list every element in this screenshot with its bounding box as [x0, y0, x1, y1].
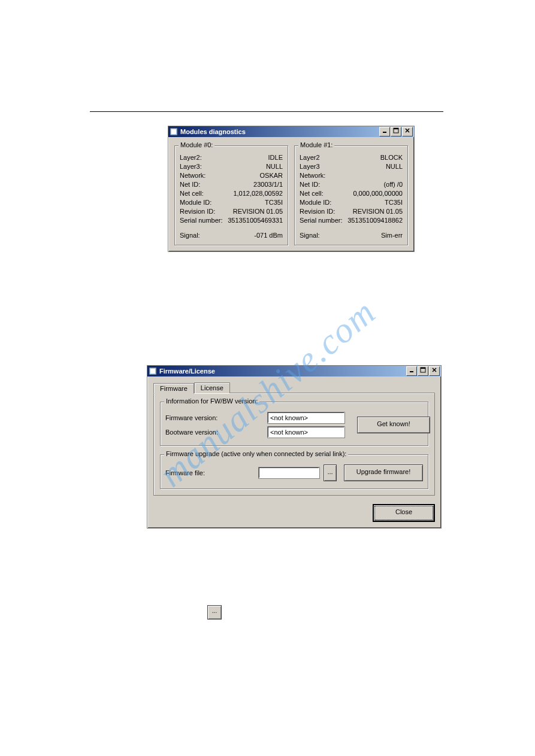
- module-1-value: 0,000,000,00000: [353, 189, 403, 198]
- module-0-value: IDLE: [268, 153, 283, 162]
- module-0-value: REVISION 01.05: [233, 207, 283, 216]
- titlebar[interactable]: Modules diagnostics: [168, 126, 414, 137]
- module-1-key: Module ID:: [300, 198, 331, 207]
- module-1-value: BLOCK: [380, 153, 403, 162]
- maximize-button[interactable]: [391, 127, 401, 136]
- maximize-button[interactable]: [418, 366, 428, 376]
- module-1-value: TC35I: [385, 198, 403, 207]
- upgrade-firmware-button[interactable]: Upgrade firmware!: [344, 464, 423, 481]
- module-0-row: Net ID:23003/1/1: [180, 180, 283, 189]
- upgrade-group: Firmware upgrade (active only when conne…: [160, 454, 428, 489]
- minimize-button[interactable]: [406, 366, 417, 376]
- tab-license[interactable]: License: [194, 382, 230, 393]
- module-0-row: Layer3:NULL: [180, 162, 283, 171]
- modules-diagnostics-window: Modules diagnostics Module #0: Layer2:ID…: [168, 126, 415, 252]
- info-legend: Information for FW/BW version:: [164, 397, 259, 405]
- module-1-row: Revision ID:REVISION 01.05: [300, 207, 403, 216]
- browse-button-inline-image: ...: [207, 605, 222, 620]
- info-group: Information for FW/BW version: Firmware …: [160, 402, 428, 446]
- module-1-row: Net cell:0,000,000,00000: [300, 189, 403, 198]
- firmware-license-window: Firmware/License Firmware License Inform…: [147, 365, 442, 529]
- module-0-row: Net cell:1,012,028,00592: [180, 189, 283, 198]
- module-0-value: OSKAR: [259, 171, 283, 180]
- module-1-key: Net cell:: [300, 189, 324, 198]
- module-0-key: Revision ID:: [180, 207, 215, 216]
- module-1-row: Network:: [300, 171, 403, 180]
- module-1-key: Network:: [300, 171, 325, 180]
- firmware-version-field[interactable]: <not known>: [267, 412, 345, 424]
- app-icon: [149, 367, 157, 375]
- module-0-key: Layer3:: [180, 162, 202, 171]
- module-0-value: NULL: [266, 162, 283, 171]
- module-0-key: Serial number:: [180, 216, 223, 225]
- module-1-key: Layer2: [300, 153, 320, 162]
- module-0-value: 351351005469331: [228, 216, 283, 225]
- get-known-button[interactable]: Get known!: [357, 417, 430, 433]
- module-0-row: Revision ID:REVISION 01.05: [180, 207, 283, 216]
- upgrade-legend: Firmware upgrade (active only when conne…: [164, 450, 348, 457]
- module-1-key: Layer3: [300, 162, 320, 171]
- module-0-key: Layer2:: [180, 153, 202, 162]
- module-0-row: Network:OSKAR: [180, 171, 283, 180]
- tab-panel-firmware: Information for FW/BW version: Firmware …: [153, 393, 435, 496]
- page-rule: [90, 111, 443, 112]
- module-0-key: Network:: [180, 171, 205, 180]
- module-1-row: Layer3NULL: [300, 162, 403, 171]
- close-button[interactable]: [402, 127, 413, 136]
- module-0-legend: Module #0:: [179, 141, 214, 148]
- firmware-file-label: Firmware file:: [165, 469, 255, 476]
- module-0-row: Layer2:IDLE: [180, 153, 283, 162]
- firmware-file-field[interactable]: [258, 467, 320, 479]
- module-1-group: Module #1: Layer2BLOCKLayer3NULLNetwork:…: [294, 145, 408, 245]
- module-1-key: Revision ID:: [300, 207, 335, 216]
- svg-rect-1: [171, 129, 176, 134]
- module-0-key: Net ID:: [180, 180, 200, 189]
- tab-firmware[interactable]: Firmware: [153, 383, 194, 394]
- bootware-version-label: Bootware version:: [165, 429, 261, 436]
- module-0-value: 1,012,028,00592: [233, 189, 283, 198]
- module-1-legend: Module #1:: [298, 141, 334, 148]
- svg-rect-8: [150, 369, 155, 374]
- module-1-row: Module ID:TC35I: [300, 198, 403, 207]
- close-button[interactable]: [429, 366, 440, 376]
- browse-button[interactable]: ...: [324, 464, 337, 481]
- module-1-value: (off) /0: [383, 180, 403, 189]
- module-1-value: REVISION 01.05: [353, 207, 403, 216]
- module-0-value: TC35I: [265, 198, 283, 207]
- module-1-key: Net ID:: [300, 180, 320, 189]
- module-1-value: 351351009418862: [347, 216, 403, 225]
- app-icon: [170, 127, 178, 136]
- window-title: Modules diagnostics: [180, 128, 379, 135]
- module-0-key: Module ID:: [180, 198, 211, 207]
- firmware-version-label: Firmware version:: [165, 414, 261, 421]
- titlebar[interactable]: Firmware/License: [147, 366, 441, 377]
- window-title: Firmware/License: [159, 368, 406, 375]
- close-dialog-button[interactable]: Close: [373, 504, 435, 522]
- module-1-signal: Signal: Sim-err: [300, 231, 403, 240]
- module-0-row: Module ID:TC35I: [180, 198, 283, 207]
- module-1-key: Serial number:: [300, 216, 343, 225]
- module-1-row: Serial number:351351009418862: [300, 216, 403, 225]
- module-0-row: Serial number:351351005469331: [180, 216, 283, 225]
- module-0-group: Module #0: Layer2:IDLELayer3:NULLNetwork…: [174, 145, 288, 245]
- bootware-version-field[interactable]: <not known>: [267, 426, 345, 438]
- module-0-key: Net cell:: [180, 189, 204, 198]
- module-1-row: Layer2BLOCK: [300, 153, 403, 162]
- module-1-row: Net ID:(off) /0: [300, 180, 403, 189]
- minimize-button[interactable]: [379, 127, 390, 136]
- module-1-value: NULL: [386, 162, 403, 171]
- module-0-signal: Signal: -071 dBm: [180, 231, 283, 240]
- module-0-value: 23003/1/1: [253, 180, 283, 189]
